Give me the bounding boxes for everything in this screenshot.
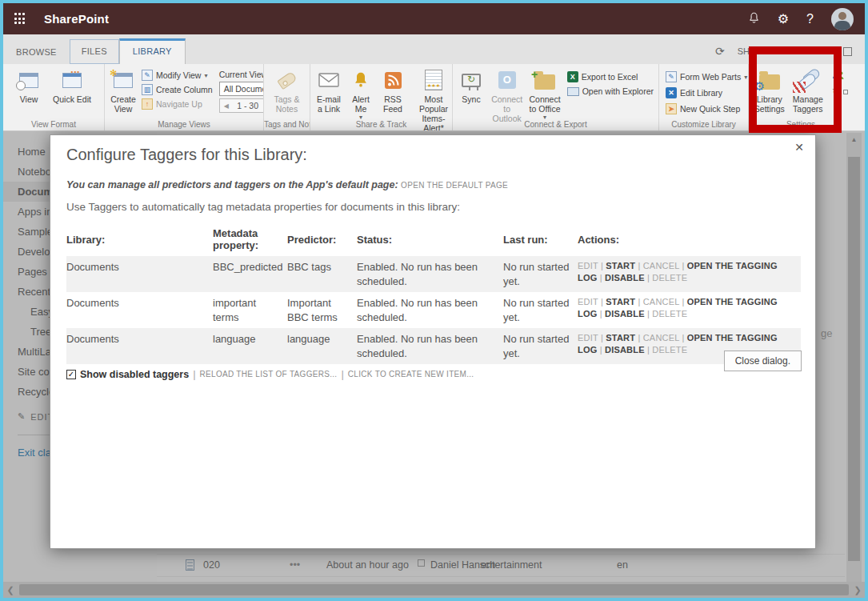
group-label: Connect & Export xyxy=(453,120,658,129)
pager-prev-icon[interactable]: ◀ xyxy=(224,102,229,110)
quick-edit-icon: ••• xyxy=(62,67,82,93)
start-action[interactable]: START xyxy=(606,261,635,270)
col-last-run: Last run: xyxy=(503,225,578,256)
create-column-icon: ▥ xyxy=(142,84,153,95)
tab-browse[interactable]: BROWSE xyxy=(3,41,70,64)
cell-metadata: language xyxy=(213,328,287,364)
table-header-row: Library: Metadata property: Predictor: S… xyxy=(66,225,801,256)
navigate-up-icon: ↑ xyxy=(142,98,153,110)
manage-note: You can manage all predictors and tagger… xyxy=(66,179,398,190)
edit-library-icon: ✕ xyxy=(666,87,677,98)
form-web-parts-button[interactable]: ✎Form Web Parts▾ xyxy=(666,71,747,82)
create-new-item-link[interactable]: CLICK TO CREATE NEW ITEM... xyxy=(348,370,474,379)
col-predictor: Predictor: xyxy=(287,225,357,256)
create-column-button[interactable]: ▥Create Column xyxy=(142,84,213,95)
disable-action[interactable]: DISABLE xyxy=(605,345,645,355)
edit-action: EDIT xyxy=(578,297,598,307)
open-explorer-button[interactable]: Open with Explorer xyxy=(567,86,654,96)
current-view-label: Current View: xyxy=(219,70,264,79)
view-icon xyxy=(19,67,38,93)
new-quick-step-button[interactable]: ➤New Quick Step xyxy=(666,103,747,114)
form-web-parts-icon: ✎ xyxy=(666,71,677,82)
cell-actions: EDIT | START | CANCEL | OPEN THE TAGGING… xyxy=(578,256,801,292)
app-launcher-icon[interactable] xyxy=(14,13,26,25)
tag-icon xyxy=(278,67,296,93)
cancel-action: CANCEL xyxy=(643,297,679,307)
suite-bar-title: SharePoint xyxy=(44,12,109,26)
sharepoint-window: SharePoint ⚙ ? BROWSE FILES LIBRARY ⟳ SH… xyxy=(0,0,868,601)
tags-notes-button: Tags & Notes xyxy=(267,66,306,114)
bell-icon xyxy=(353,67,369,93)
notifications-bell-icon[interactable] xyxy=(748,11,760,27)
ribbon-tab-row: BROWSE FILES LIBRARY ⟳ SHARE ☆FOLLOW xyxy=(3,34,865,64)
cell-library: Documents xyxy=(66,256,213,292)
refresh-icon[interactable]: ⟳ xyxy=(715,45,725,58)
suite-bar: SharePoint ⚙ ? xyxy=(3,3,865,34)
start-action[interactable]: START xyxy=(606,333,635,343)
delete-action: DELETE xyxy=(652,273,687,282)
group-customize-library: ✎Form Web Parts▾ ✕Edit Library ➤New Quic… xyxy=(659,64,749,130)
col-status: Status: xyxy=(357,225,503,256)
cell-status: Enabled. No run has been scheduled. xyxy=(357,328,503,364)
email-link-button[interactable]: E-mail a Link xyxy=(314,66,344,114)
cell-last-run: No run started yet. xyxy=(503,292,578,328)
settings-gear-icon[interactable]: ⚙ xyxy=(778,13,789,26)
export-excel-button[interactable]: XExport to Excel xyxy=(567,71,654,82)
excel-icon: X xyxy=(567,71,578,82)
navigate-up-button: ↑Navigate Up xyxy=(142,98,213,110)
group-label: View Format xyxy=(3,120,104,129)
show-disabled-checkbox[interactable]: ✓ xyxy=(66,370,76,379)
col-metadata: Metadata property: xyxy=(213,225,287,256)
cell-library: Documents xyxy=(66,292,213,328)
cell-predictor: BBC tags xyxy=(287,256,357,292)
tagger-row: Documents language language Enabled. No … xyxy=(66,328,801,364)
disable-action[interactable]: DISABLE xyxy=(605,309,645,319)
quick-step-icon: ➤ xyxy=(666,103,677,114)
modify-view-button[interactable]: ✎Modify View▾ xyxy=(142,70,213,81)
tab-files[interactable]: FILES xyxy=(70,39,119,64)
dialog-title: Configure Taggers for this Library: xyxy=(66,146,799,164)
quick-edit-button[interactable]: ••• Quick Edit xyxy=(50,66,94,105)
open-default-page-link[interactable]: OPEN THE DEFAULT PAGE xyxy=(401,181,508,190)
sync-button[interactable]: ↻ Sync xyxy=(456,66,486,105)
group-label: Manage Views xyxy=(105,120,263,129)
focus-mode-icon[interactable] xyxy=(843,47,852,56)
edit-library-button[interactable]: ✕Edit Library xyxy=(666,87,747,98)
rss-icon xyxy=(385,67,402,93)
sync-icon: ↻ xyxy=(462,67,481,93)
create-view-button[interactable]: ✻ Create View xyxy=(108,66,138,114)
close-dialog-button[interactable]: Close dialog. xyxy=(724,351,802,371)
create-view-icon: ✻ xyxy=(114,67,133,93)
cell-predictor: Important BBC terms xyxy=(287,292,357,328)
cancel-action: CANCEL xyxy=(643,261,679,270)
configure-taggers-dialog: ✕ Configure Taggers for this Library: Yo… xyxy=(50,134,816,549)
dialog-intro: Use Taggers to automatically tag metadat… xyxy=(66,201,799,213)
show-disabled-label[interactable]: Show disabled taggers xyxy=(80,369,189,380)
group-label: Tags and Notes xyxy=(264,120,310,129)
view-selector-dropdown[interactable]: All Documents▾ xyxy=(219,82,264,96)
ribbon-command-row: View ••• Quick Edit View Format ✻ Create… xyxy=(3,64,865,131)
help-icon[interactable]: ? xyxy=(806,13,814,26)
reload-taggers-link[interactable]: RELOAD THE LIST OF TAGGERS... xyxy=(200,370,338,379)
disable-action[interactable]: DISABLE xyxy=(605,273,645,282)
cell-actions: EDIT | START | CANCEL | OPEN THE TAGGING… xyxy=(578,292,801,328)
tab-library[interactable]: LIBRARY xyxy=(119,38,186,64)
alert-me-button[interactable]: Alert Me ▾ xyxy=(346,66,376,122)
start-action[interactable]: START xyxy=(606,297,635,307)
group-label: Share & Track xyxy=(310,120,452,129)
close-icon[interactable]: ✕ xyxy=(794,141,804,154)
edit-action: EDIT xyxy=(578,333,598,343)
col-library: Library: xyxy=(66,225,213,256)
item-pager[interactable]: ◀1 - 30▶ xyxy=(219,98,264,113)
cell-metadata: important terms xyxy=(213,292,287,328)
connect-office-button[interactable]: + Connect to Office ▾ xyxy=(527,66,562,122)
view-button[interactable]: View xyxy=(14,66,44,105)
connect-outlook-button: O Connect to Outlook xyxy=(488,66,526,124)
cell-predictor: language xyxy=(287,328,357,364)
delete-action: DELETE xyxy=(652,345,687,355)
cell-library: Documents xyxy=(66,328,213,364)
user-avatar[interactable] xyxy=(831,8,854,30)
rss-feed-button[interactable]: RSS Feed xyxy=(378,66,408,114)
outlook-icon: O xyxy=(498,67,516,93)
cancel-action: CANCEL xyxy=(643,333,679,343)
